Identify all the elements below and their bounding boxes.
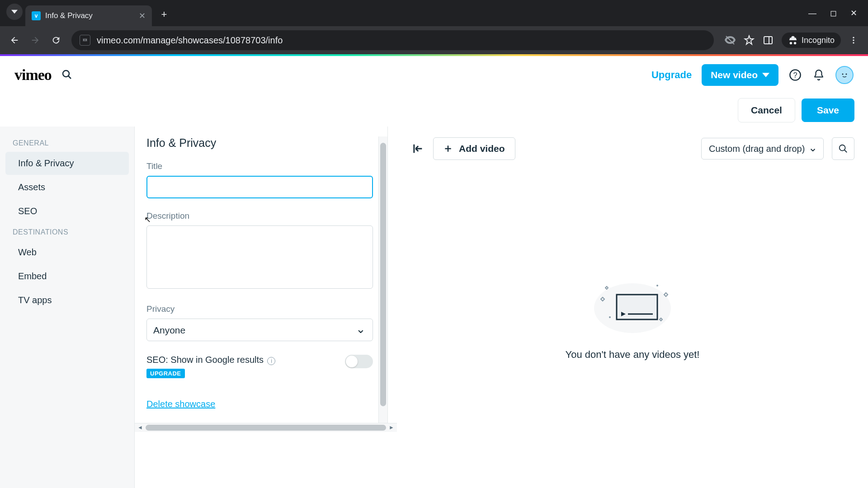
form-panel: Info & Privacy Title Description Privacy… (135, 127, 388, 423)
sidebar-item-embed[interactable]: Embed (5, 265, 129, 288)
add-video-label: Add video (459, 143, 505, 154)
seo-toggle[interactable] (345, 355, 373, 368)
tab-search-dropdown[interactable] (6, 4, 23, 20)
seo-row: SEO: Show in Google results i UPGRADE (146, 355, 373, 378)
collapse-panel-button[interactable] (410, 141, 425, 156)
seo-label: SEO: Show in Google results (146, 355, 264, 365)
browser-menu-icon[interactable] (849, 36, 858, 45)
plus-icon (443, 144, 453, 153)
vimeo-favicon-icon: v (32, 11, 41, 20)
sidebar-item-seo[interactable]: SEO (5, 200, 129, 223)
title-input[interactable] (146, 176, 373, 198)
incognito-chip[interactable]: Incognito (782, 33, 841, 48)
back-button[interactable] (5, 31, 24, 49)
horizontal-scrollbar[interactable]: ◄ ► (135, 423, 397, 432)
notifications-button[interactable] (812, 68, 826, 82)
browser-address-bar: vimeo.com/manage/showcases/10878703/info… (0, 26, 868, 54)
cancel-button[interactable]: Cancel (738, 98, 795, 122)
svg-point-20 (656, 285, 658, 286)
preview-toolbar: Add video Custom (drag and drop) (410, 137, 854, 160)
settings-sidebar: GENERAL Info & Privacy Assets SEO DESTIN… (0, 127, 135, 488)
svg-text:?: ? (793, 70, 797, 79)
app-header: vimeo Upgrade New video ? (0, 56, 868, 94)
description-input[interactable] (146, 225, 373, 289)
privacy-label: Privacy (146, 304, 373, 314)
delete-showcase-link[interactable]: Delete showcase (146, 399, 215, 409)
sidebar-group-general: GENERAL (0, 135, 134, 151)
side-panel-icon[interactable] (763, 35, 774, 46)
browser-tab-strip: v Info & Privacy ✕ + — ◻ ✕ (0, 0, 868, 26)
svg-point-5 (63, 70, 69, 77)
svg-line-6 (68, 76, 71, 79)
chevron-down-icon (762, 71, 769, 79)
action-bar: Cancel Save (0, 94, 868, 127)
reload-button[interactable] (47, 31, 65, 49)
svg-point-19 (609, 316, 611, 318)
description-label: Description (146, 211, 373, 221)
browser-tab-active[interactable]: v Info & Privacy ✕ (25, 5, 152, 26)
title-label: Title (146, 161, 373, 171)
new-video-button[interactable]: New video (702, 64, 778, 86)
help-button[interactable]: ? (788, 68, 802, 82)
window-controls: — ◻ ✕ (808, 0, 868, 26)
svg-rect-16 (617, 295, 657, 319)
minimize-icon[interactable]: — (808, 9, 816, 18)
empty-state-illustration-icon (587, 277, 678, 335)
upgrade-link[interactable]: Upgrade (651, 69, 692, 81)
svg-point-9 (840, 70, 849, 80)
add-video-button[interactable]: Add video (433, 137, 515, 160)
svg-point-4 (853, 42, 854, 43)
sidebar-item-info-privacy[interactable]: Info & Privacy (5, 152, 129, 175)
close-window-icon[interactable]: ✕ (850, 8, 857, 18)
incognito-icon (788, 35, 798, 45)
tab-title: Info & Privacy (45, 11, 93, 20)
svg-rect-0 (764, 37, 772, 44)
empty-state-text: You don't have any videos yet! (566, 349, 700, 361)
sort-select[interactable]: Custom (drag and drop) (701, 138, 824, 160)
svg-point-10 (842, 73, 844, 75)
svg-line-14 (844, 150, 847, 153)
panel-heading: Info & Privacy (146, 136, 373, 150)
preview-panel: Add video Custom (drag and drop) (397, 127, 868, 488)
save-button[interactable]: Save (802, 99, 854, 122)
site-info-icon[interactable] (80, 35, 90, 46)
sidebar-item-assets[interactable]: Assets (5, 176, 129, 199)
new-tab-button[interactable]: + (156, 7, 172, 22)
upgrade-badge[interactable]: UPGRADE (146, 369, 185, 378)
sidebar-item-tv-apps[interactable]: TV apps (5, 289, 129, 312)
sidebar-item-web[interactable]: Web (5, 241, 129, 264)
svg-point-13 (840, 145, 845, 151)
vimeo-logo[interactable]: vimeo (14, 66, 52, 84)
svg-point-3 (853, 39, 854, 41)
sidebar-group-destinations: DESTINATIONS (0, 224, 134, 240)
bookmark-star-icon[interactable] (744, 35, 755, 46)
search-videos-button[interactable] (832, 137, 854, 160)
svg-point-2 (853, 37, 854, 38)
user-avatar[interactable] (835, 66, 854, 84)
eye-off-icon[interactable] (725, 35, 736, 46)
vertical-scrollbar[interactable] (378, 136, 387, 423)
search-icon[interactable] (61, 69, 73, 81)
privacy-select[interactable]: Anyone (146, 319, 373, 341)
search-icon (838, 144, 848, 154)
incognito-label: Incognito (802, 36, 835, 45)
main-layout: GENERAL Info & Privacy Assets SEO DESTIN… (0, 127, 868, 488)
maximize-icon[interactable]: ◻ (830, 8, 837, 18)
empty-state: You don't have any videos yet! (410, 160, 854, 477)
collapse-left-icon (411, 142, 424, 155)
new-video-label: New video (711, 70, 758, 80)
forward-button[interactable] (26, 31, 44, 49)
url-input[interactable]: vimeo.com/manage/showcases/10878703/info (71, 30, 714, 50)
url-text: vimeo.com/manage/showcases/10878703/info (97, 35, 283, 46)
close-tab-icon[interactable]: ✕ (139, 11, 146, 21)
svg-point-11 (846, 73, 847, 75)
avatar-face-icon (839, 70, 850, 80)
info-icon[interactable]: i (267, 357, 275, 365)
